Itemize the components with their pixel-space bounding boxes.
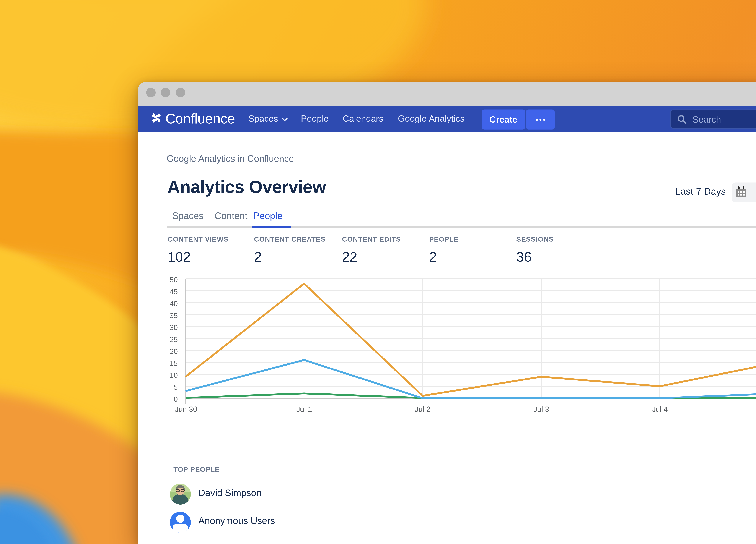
svg-text:20: 20 [170, 347, 178, 355]
svg-text:25: 25 [170, 335, 178, 344]
svg-text:Jul 3: Jul 3 [534, 405, 549, 414]
svg-text:50: 50 [170, 276, 178, 284]
svg-text:35: 35 [170, 312, 178, 320]
svg-text:30: 30 [170, 324, 178, 332]
svg-text:10: 10 [170, 371, 178, 379]
svg-text:Jul 4: Jul 4 [652, 405, 668, 414]
svg-text:5: 5 [174, 383, 178, 391]
svg-text:Jun 30: Jun 30 [175, 405, 197, 414]
svg-text:0: 0 [174, 395, 178, 403]
svg-text:45: 45 [170, 288, 178, 296]
svg-text:15: 15 [170, 359, 178, 367]
svg-text:Jul 2: Jul 2 [415, 405, 431, 414]
svg-text:Jul 1: Jul 1 [297, 405, 312, 414]
svg-text:40: 40 [170, 300, 178, 308]
